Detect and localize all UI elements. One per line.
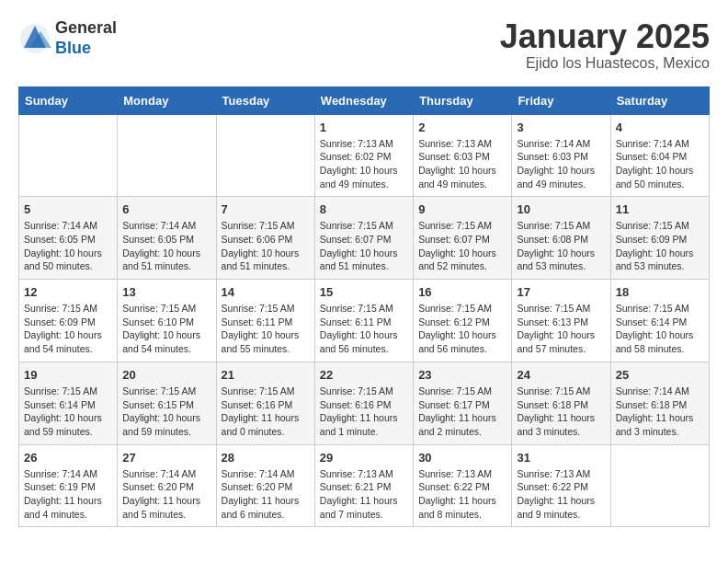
day-info: Sunrise: 7:15 AMSunset: 6:10 PMDaylight:… (122, 302, 210, 356)
day-number: 6 (122, 202, 210, 216)
calendar-cell: 10Sunrise: 7:15 AMSunset: 6:08 PMDayligh… (512, 197, 610, 280)
day-info: Sunrise: 7:14 AMSunset: 6:18 PMDaylight:… (616, 385, 704, 439)
day-info: Sunrise: 7:15 AMSunset: 6:15 PMDaylight:… (122, 385, 210, 439)
calendar-cell: 11Sunrise: 7:15 AMSunset: 6:09 PMDayligh… (610, 197, 709, 280)
weekday-header-cell: Wednesday (314, 86, 413, 114)
day-info: Sunrise: 7:13 AMSunset: 6:21 PMDaylight:… (320, 467, 408, 522)
calendar-week-row: 1Sunrise: 7:13 AMSunset: 6:02 PMDaylight… (19, 114, 710, 197)
calendar-cell: 4Sunrise: 7:14 AMSunset: 6:04 PMDaylight… (610, 114, 709, 197)
day-number: 19 (24, 368, 112, 382)
calendar-cell: 20Sunrise: 7:15 AMSunset: 6:15 PMDayligh… (118, 362, 216, 444)
day-info: Sunrise: 7:15 AMSunset: 6:11 PMDaylight:… (320, 302, 408, 356)
calendar-week-row: 19Sunrise: 7:15 AMSunset: 6:14 PMDayligh… (19, 362, 710, 444)
day-info: Sunrise: 7:15 AMSunset: 6:16 PMDaylight:… (320, 385, 408, 439)
day-number: 15 (320, 285, 408, 299)
calendar-cell: 22Sunrise: 7:15 AMSunset: 6:16 PMDayligh… (314, 362, 413, 444)
calendar-cell: 16Sunrise: 7:15 AMSunset: 6:12 PMDayligh… (414, 280, 512, 362)
calendar-cell: 29Sunrise: 7:13 AMSunset: 6:21 PMDayligh… (314, 444, 413, 527)
day-info: Sunrise: 7:14 AMSunset: 6:04 PMDaylight:… (616, 137, 704, 191)
day-number: 18 (616, 285, 704, 299)
calendar-week-row: 5Sunrise: 7:14 AMSunset: 6:05 PMDaylight… (19, 197, 710, 280)
day-number: 10 (517, 202, 605, 216)
day-info: Sunrise: 7:15 AMSunset: 6:09 PMDaylight:… (24, 302, 112, 356)
calendar-cell: 19Sunrise: 7:15 AMSunset: 6:14 PMDayligh… (19, 362, 118, 444)
day-number: 9 (418, 202, 506, 216)
day-number: 22 (320, 368, 408, 382)
logo: General Blue (18, 18, 117, 58)
day-number: 25 (616, 368, 704, 382)
day-info: Sunrise: 7:14 AMSunset: 6:19 PMDaylight:… (24, 467, 112, 522)
logo-blue-text: Blue (55, 39, 91, 57)
calendar-cell: 28Sunrise: 7:14 AMSunset: 6:20 PMDayligh… (216, 444, 314, 527)
calendar-cell (610, 444, 709, 527)
calendar-table: SundayMondayTuesdayWednesdayThursdayFrid… (18, 86, 710, 528)
calendar-cell: 21Sunrise: 7:15 AMSunset: 6:16 PMDayligh… (216, 362, 314, 444)
calendar-cell: 14Sunrise: 7:15 AMSunset: 6:11 PMDayligh… (216, 280, 314, 362)
day-number: 28 (222, 451, 310, 465)
weekday-header-cell: Friday (512, 86, 610, 114)
logo-icon (18, 22, 51, 55)
day-number: 30 (418, 451, 506, 465)
day-number: 21 (222, 368, 310, 382)
calendar-week-row: 26Sunrise: 7:14 AMSunset: 6:19 PMDayligh… (19, 444, 710, 527)
page-header: General Blue January 2025 Ejido los Huas… (18, 18, 710, 72)
calendar-cell: 27Sunrise: 7:14 AMSunset: 6:20 PMDayligh… (118, 444, 216, 527)
day-number: 20 (122, 368, 210, 382)
day-number: 7 (222, 202, 310, 216)
weekday-header-cell: Sunday (19, 86, 118, 114)
day-number: 16 (418, 285, 506, 299)
calendar-cell: 18Sunrise: 7:15 AMSunset: 6:14 PMDayligh… (610, 280, 709, 362)
day-info: Sunrise: 7:15 AMSunset: 6:11 PMDaylight:… (222, 302, 310, 356)
calendar-cell: 23Sunrise: 7:15 AMSunset: 6:17 PMDayligh… (414, 362, 512, 444)
day-info: Sunrise: 7:14 AMSunset: 6:20 PMDaylight:… (122, 467, 210, 522)
day-info: Sunrise: 7:13 AMSunset: 6:22 PMDaylight:… (517, 467, 605, 522)
calendar-cell: 15Sunrise: 7:15 AMSunset: 6:11 PMDayligh… (314, 280, 413, 362)
weekday-header-row: SundayMondayTuesdayWednesdayThursdayFrid… (19, 86, 710, 114)
day-number: 17 (517, 285, 605, 299)
day-info: Sunrise: 7:15 AMSunset: 6:17 PMDaylight:… (418, 385, 506, 439)
day-info: Sunrise: 7:14 AMSunset: 6:03 PMDaylight:… (517, 137, 605, 191)
calendar-cell: 12Sunrise: 7:15 AMSunset: 6:09 PMDayligh… (19, 280, 118, 362)
calendar-cell: 7Sunrise: 7:15 AMSunset: 6:06 PMDaylight… (216, 197, 314, 280)
calendar-cell: 26Sunrise: 7:14 AMSunset: 6:19 PMDayligh… (19, 444, 118, 527)
day-number: 5 (24, 202, 112, 216)
calendar-cell: 31Sunrise: 7:13 AMSunset: 6:22 PMDayligh… (512, 444, 610, 527)
day-number: 14 (222, 285, 310, 299)
day-info: Sunrise: 7:13 AMSunset: 6:02 PMDaylight:… (320, 137, 408, 191)
weekday-header-cell: Saturday (610, 86, 709, 114)
day-info: Sunrise: 7:15 AMSunset: 6:14 PMDaylight:… (24, 385, 112, 439)
day-number: 23 (418, 368, 506, 382)
logo-general-text: General (55, 18, 117, 37)
calendar-cell: 24Sunrise: 7:15 AMSunset: 6:18 PMDayligh… (512, 362, 610, 444)
calendar-cell: 6Sunrise: 7:14 AMSunset: 6:05 PMDaylight… (118, 197, 216, 280)
day-number: 1 (320, 121, 408, 134)
day-info: Sunrise: 7:14 AMSunset: 6:05 PMDaylight:… (24, 219, 112, 273)
day-number: 27 (122, 451, 210, 465)
day-number: 29 (320, 451, 408, 465)
day-info: Sunrise: 7:15 AMSunset: 6:07 PMDaylight:… (418, 219, 506, 273)
day-info: Sunrise: 7:15 AMSunset: 6:09 PMDaylight:… (616, 219, 704, 273)
calendar-cell: 30Sunrise: 7:13 AMSunset: 6:22 PMDayligh… (414, 444, 512, 527)
day-info: Sunrise: 7:15 AMSunset: 6:18 PMDaylight:… (517, 385, 605, 439)
day-info: Sunrise: 7:13 AMSunset: 6:03 PMDaylight:… (418, 137, 506, 191)
weekday-header-cell: Thursday (414, 86, 512, 114)
weekday-header-cell: Monday (118, 86, 216, 114)
calendar-cell (118, 114, 216, 197)
day-info: Sunrise: 7:14 AMSunset: 6:05 PMDaylight:… (122, 219, 210, 273)
calendar-cell (19, 114, 118, 197)
calendar-cell: 1Sunrise: 7:13 AMSunset: 6:02 PMDaylight… (314, 114, 413, 197)
calendar-title: January 2025 (500, 18, 710, 55)
calendar-cell: 5Sunrise: 7:14 AMSunset: 6:05 PMDaylight… (19, 197, 118, 280)
title-block: January 2025 Ejido los Huastecos, Mexico (500, 18, 710, 72)
day-number: 12 (24, 285, 112, 299)
day-number: 24 (517, 368, 605, 382)
calendar-week-row: 12Sunrise: 7:15 AMSunset: 6:09 PMDayligh… (19, 280, 710, 362)
day-info: Sunrise: 7:13 AMSunset: 6:22 PMDaylight:… (418, 467, 506, 522)
day-info: Sunrise: 7:15 AMSunset: 6:14 PMDaylight:… (616, 302, 704, 356)
day-number: 13 (122, 285, 210, 299)
calendar-cell: 3Sunrise: 7:14 AMSunset: 6:03 PMDaylight… (512, 114, 610, 197)
day-info: Sunrise: 7:15 AMSunset: 6:06 PMDaylight:… (222, 219, 310, 273)
calendar-cell (216, 114, 314, 197)
day-number: 31 (517, 451, 605, 465)
day-info: Sunrise: 7:15 AMSunset: 6:12 PMDaylight:… (418, 302, 506, 356)
